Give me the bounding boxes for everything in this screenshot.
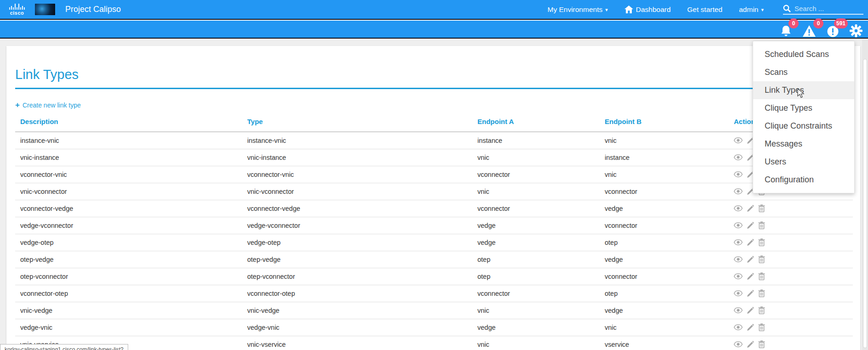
cell-endpoint-a: vnic: [472, 183, 600, 200]
menu-item-users[interactable]: Users: [753, 153, 854, 171]
menu-item-scheduled-scans[interactable]: Scheduled Scans: [753, 45, 854, 63]
mouse-cursor: [797, 88, 806, 98]
view-eye-icon[interactable]: [734, 307, 743, 313]
errors-button[interactable]: 591: [827, 22, 839, 37]
settings-gear-button[interactable]: [850, 22, 862, 37]
cell-endpoint-b: vconnector: [600, 268, 729, 285]
view-eye-icon[interactable]: [734, 137, 743, 143]
cell-endpoint-a: vnic: [472, 336, 600, 350]
cell-description: vnic-instance: [15, 149, 242, 166]
vertical-scrollbar-track[interactable]: [862, 40, 868, 350]
delete-trash-icon[interactable]: [758, 306, 765, 314]
project-logo-image: [35, 4, 55, 15]
edit-pencil-icon[interactable]: [747, 256, 754, 263]
delete-trash-icon[interactable]: [758, 323, 765, 331]
top-navigation: My Environments ▾ Dashboard Get started …: [547, 5, 868, 15]
cell-endpoint-b: otep: [600, 285, 729, 302]
warnings-button[interactable]: 0: [802, 22, 816, 37]
delete-trash-icon[interactable]: [758, 221, 765, 229]
cell-endpoint-b: vservice: [600, 336, 729, 350]
brand-area: cisco Project Calipso: [0, 4, 121, 16]
table-row: vnic-instance vnic-instance vnic instanc…: [15, 149, 853, 166]
cell-endpoint-a: vnic: [472, 302, 600, 319]
edit-pencil-icon[interactable]: [747, 341, 754, 348]
table-row: vconnector-otep vconnector-otep vconnect…: [15, 285, 853, 302]
cell-description: vnic-vconnector: [15, 183, 242, 200]
menu-item-clique-types[interactable]: Clique Types: [753, 99, 854, 117]
search-icon: [783, 5, 791, 12]
edit-pencil-icon[interactable]: [747, 222, 754, 229]
delete-trash-icon[interactable]: [758, 289, 765, 297]
plus-icon: +: [15, 102, 20, 108]
table-row: vedge-otep vedge-otep vedge otep: [15, 234, 853, 251]
menu-item-scans[interactable]: Scans: [753, 63, 854, 81]
cell-endpoint-a: vedge: [472, 217, 600, 234]
menu-item-messages[interactable]: Messages: [753, 135, 854, 153]
delete-trash-icon[interactable]: [758, 272, 765, 280]
cisco-bridge-bars: [9, 4, 25, 10]
cell-actions: [729, 200, 853, 217]
page-title: Link Types: [15, 67, 853, 82]
delete-trash-icon[interactable]: [758, 255, 765, 263]
cell-endpoint-a: vnic: [472, 149, 600, 166]
view-eye-icon[interactable]: [734, 324, 743, 330]
delete-trash-icon[interactable]: [758, 340, 765, 348]
view-eye-icon[interactable]: [734, 256, 743, 262]
cell-actions: [729, 302, 853, 319]
cell-endpoint-b: vedge: [600, 251, 729, 268]
view-eye-icon[interactable]: [734, 273, 743, 279]
cell-endpoint-b: vedge: [600, 302, 729, 319]
table-row: vedge-vnic vedge-vnic vedge vnic: [15, 319, 853, 336]
cell-endpoint-a: vconnector: [472, 200, 600, 217]
gear-icon: [850, 24, 862, 37]
view-eye-icon[interactable]: [734, 341, 743, 347]
view-eye-icon[interactable]: [734, 205, 743, 211]
view-eye-icon[interactable]: [734, 188, 743, 194]
nav-my-environments[interactable]: My Environments ▾: [547, 6, 607, 14]
content-card: Link Types + Create new link type Descri…: [6, 46, 860, 350]
notifications-bell-button[interactable]: 0: [781, 22, 791, 37]
cell-description: otep-vconnector: [15, 268, 242, 285]
nav-my-environments-label: My Environments: [547, 6, 602, 14]
nav-admin-menu[interactable]: admin ▾: [739, 6, 764, 14]
cell-endpoint-b: instance: [600, 149, 729, 166]
delete-trash-icon[interactable]: [758, 204, 765, 212]
menu-item-configuration[interactable]: Configuration: [753, 171, 854, 189]
cell-endpoint-a: vconnector: [472, 166, 600, 183]
delete-trash-icon[interactable]: [758, 238, 765, 246]
app-title: Project Calipso: [65, 5, 121, 14]
view-eye-icon[interactable]: [734, 290, 743, 296]
vertical-scrollbar-thumb[interactable]: [863, 59, 867, 348]
menu-item-clique-constraints[interactable]: Clique Constraints: [753, 117, 854, 135]
link-types-table: Description Type Endpoint A Endpoint B A…: [15, 113, 853, 350]
view-eye-icon[interactable]: [734, 154, 743, 160]
edit-pencil-icon[interactable]: [747, 205, 754, 212]
cell-endpoint-b: vconnector: [600, 217, 729, 234]
cisco-logo-icon: cisco: [9, 4, 25, 16]
cell-actions: [729, 268, 853, 285]
create-new-link-type-button[interactable]: + Create new link type: [15, 102, 81, 109]
cell-description: vedge-vnic: [15, 319, 242, 336]
cell-type: instance-vnic: [242, 132, 472, 149]
cell-actions: [729, 217, 853, 234]
create-new-link-type-label: Create new link type: [23, 102, 81, 109]
nav-get-started[interactable]: Get started: [687, 6, 723, 14]
edit-pencil-icon[interactable]: [747, 273, 754, 280]
nav-dashboard[interactable]: Dashboard: [624, 6, 671, 14]
table-row: otep-vconnector otep-vconnector otep vco…: [15, 268, 853, 285]
edit-pencil-icon[interactable]: [747, 307, 754, 314]
view-eye-icon[interactable]: [734, 222, 743, 228]
column-header-endpoint-a: Endpoint A: [472, 113, 600, 132]
edit-pencil-icon[interactable]: [747, 239, 754, 246]
view-eye-icon[interactable]: [734, 239, 743, 245]
search-input[interactable]: [794, 5, 863, 12]
cell-description: vconnector-vedge: [15, 200, 242, 217]
cell-type: vnic-vconnector: [242, 183, 472, 200]
cell-actions: [729, 319, 853, 336]
warning-triangle-icon: [802, 25, 816, 37]
edit-pencil-icon[interactable]: [747, 290, 754, 297]
status-url-tooltip: korlov-calipso-staging1.cisco.com/link-t…: [0, 344, 128, 350]
view-eye-icon[interactable]: [734, 171, 743, 177]
edit-pencil-icon[interactable]: [747, 324, 754, 331]
nav-get-started-label: Get started: [687, 6, 723, 14]
